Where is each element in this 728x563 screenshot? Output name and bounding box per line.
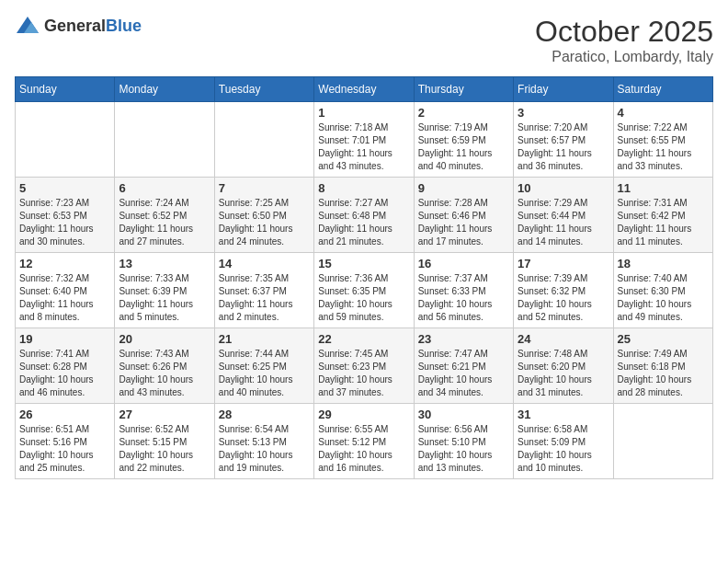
table-row: 25 Sunrise: 7:49 AMSunset: 6:18 PMDaylig… — [613, 328, 712, 404]
table-row: 21 Sunrise: 7:44 AMSunset: 6:25 PMDaylig… — [214, 328, 313, 404]
day-info: Sunrise: 7:47 AMSunset: 6:21 PMDaylight:… — [418, 349, 493, 397]
day-info: Sunrise: 6:54 AMSunset: 5:13 PMDaylight:… — [219, 424, 293, 473]
day-info: Sunrise: 7:31 AMSunset: 6:42 PMDaylight:… — [618, 198, 692, 247]
day-number: 21 — [219, 332, 310, 346]
day-info: Sunrise: 7:24 AMSunset: 6:52 PMDaylight:… — [119, 198, 193, 247]
table-row: 14 Sunrise: 7:35 AMSunset: 6:37 PMDaylig… — [214, 253, 313, 328]
table-row: 6 Sunrise: 7:24 AMSunset: 6:52 PMDayligh… — [115, 178, 214, 253]
day-number: 23 — [418, 332, 509, 346]
table-row: 29 Sunrise: 6:55 AMSunset: 5:12 PMDaylig… — [314, 404, 414, 479]
day-info: Sunrise: 7:29 AMSunset: 6:44 PMDaylight:… — [518, 198, 592, 247]
day-number: 5 — [19, 181, 110, 195]
header-friday: Friday — [514, 77, 613, 102]
table-row — [214, 102, 313, 178]
title-block: October 2025 Paratico, Lombardy, Italy — [535, 15, 713, 65]
day-number: 28 — [219, 408, 310, 421]
day-info: Sunrise: 7:33 AMSunset: 6:39 PMDaylight:… — [119, 273, 193, 322]
day-info: Sunrise: 7:22 AMSunset: 6:55 PMDaylight:… — [618, 122, 692, 171]
day-info: Sunrise: 7:40 AMSunset: 6:30 PMDaylight:… — [618, 273, 692, 322]
day-info: Sunrise: 7:48 AMSunset: 6:20 PMDaylight:… — [518, 349, 592, 397]
calendar-week-row: 26 Sunrise: 6:51 AMSunset: 5:16 PMDaylig… — [16, 404, 713, 479]
table-row: 30 Sunrise: 6:56 AMSunset: 5:10 PMDaylig… — [414, 404, 513, 479]
day-info: Sunrise: 7:43 AMSunset: 6:26 PMDaylight:… — [119, 349, 193, 397]
table-row: 23 Sunrise: 7:47 AMSunset: 6:21 PMDaylig… — [414, 328, 513, 404]
table-row: 3 Sunrise: 7:20 AMSunset: 6:57 PMDayligh… — [514, 102, 613, 178]
table-row: 5 Sunrise: 7:23 AMSunset: 6:53 PMDayligh… — [16, 178, 115, 253]
day-number: 12 — [19, 257, 110, 270]
day-info: Sunrise: 7:25 AMSunset: 6:50 PMDaylight:… — [219, 198, 293, 247]
day-number: 9 — [418, 181, 509, 195]
day-number: 31 — [518, 408, 609, 421]
logo-text-blue: Blue — [106, 17, 142, 35]
table-row: 8 Sunrise: 7:27 AMSunset: 6:48 PMDayligh… — [314, 178, 414, 253]
table-row: 24 Sunrise: 7:48 AMSunset: 6:20 PMDaylig… — [514, 328, 613, 404]
table-row: 15 Sunrise: 7:36 AMSunset: 6:35 PMDaylig… — [314, 253, 414, 328]
day-info: Sunrise: 7:18 AMSunset: 7:01 PMDaylight:… — [318, 122, 392, 171]
day-number: 13 — [119, 257, 210, 270]
day-info: Sunrise: 6:51 AMSunset: 5:16 PMDaylight:… — [19, 424, 94, 473]
day-info: Sunrise: 6:58 AMSunset: 5:09 PMDaylight:… — [518, 424, 592, 473]
day-number: 18 — [618, 257, 709, 270]
day-info: Sunrise: 7:44 AMSunset: 6:25 PMDaylight:… — [219, 349, 293, 397]
calendar-week-row: 1 Sunrise: 7:18 AMSunset: 7:01 PMDayligh… — [16, 102, 713, 178]
day-number: 27 — [119, 408, 210, 421]
day-info: Sunrise: 7:27 AMSunset: 6:48 PMDaylight:… — [318, 198, 392, 247]
calendar-week-row: 5 Sunrise: 7:23 AMSunset: 6:53 PMDayligh… — [16, 178, 713, 253]
table-row: 4 Sunrise: 7:22 AMSunset: 6:55 PMDayligh… — [613, 102, 712, 178]
day-info: Sunrise: 7:37 AMSunset: 6:33 PMDaylight:… — [418, 273, 493, 322]
logo-text-general: General — [44, 17, 106, 35]
day-info: Sunrise: 7:32 AMSunset: 6:40 PMDaylight:… — [19, 273, 94, 322]
day-number: 1 — [318, 106, 409, 120]
day-number: 10 — [518, 181, 609, 195]
day-number: 19 — [19, 332, 110, 346]
day-number: 25 — [618, 332, 709, 346]
day-number: 26 — [19, 408, 110, 421]
day-number: 17 — [518, 257, 609, 270]
logo: GeneralBlue — [15, 15, 142, 37]
location-title: Paratico, Lombardy, Italy — [535, 49, 713, 65]
day-info: Sunrise: 6:56 AMSunset: 5:10 PMDaylight:… — [418, 424, 493, 473]
calendar-header-row: Sunday Monday Tuesday Wednesday Thursday… — [16, 77, 713, 102]
day-info: Sunrise: 6:52 AMSunset: 5:15 PMDaylight:… — [119, 424, 193, 473]
day-number: 7 — [219, 181, 310, 195]
day-number: 8 — [318, 181, 409, 195]
table-row: 1 Sunrise: 7:18 AMSunset: 7:01 PMDayligh… — [314, 102, 414, 178]
day-info: Sunrise: 7:28 AMSunset: 6:46 PMDaylight:… — [418, 198, 493, 247]
table-row: 27 Sunrise: 6:52 AMSunset: 5:15 PMDaylig… — [115, 404, 214, 479]
day-info: Sunrise: 7:45 AMSunset: 6:23 PMDaylight:… — [318, 349, 392, 397]
header-wednesday: Wednesday — [314, 77, 414, 102]
table-row — [16, 102, 115, 178]
day-number: 22 — [318, 332, 409, 346]
day-number: 11 — [618, 181, 709, 195]
day-info: Sunrise: 7:41 AMSunset: 6:28 PMDaylight:… — [19, 349, 94, 397]
day-info: Sunrise: 7:23 AMSunset: 6:53 PMDaylight:… — [19, 198, 94, 247]
calendar-week-row: 12 Sunrise: 7:32 AMSunset: 6:40 PMDaylig… — [16, 253, 713, 328]
day-info: Sunrise: 7:19 AMSunset: 6:59 PMDaylight:… — [418, 122, 493, 171]
header-monday: Monday — [115, 77, 214, 102]
table-row: 31 Sunrise: 6:58 AMSunset: 5:09 PMDaylig… — [514, 404, 613, 479]
day-number: 29 — [318, 408, 409, 421]
table-row: 18 Sunrise: 7:40 AMSunset: 6:30 PMDaylig… — [613, 253, 712, 328]
table-row: 20 Sunrise: 7:43 AMSunset: 6:26 PMDaylig… — [115, 328, 214, 404]
month-title: October 2025 — [535, 15, 713, 49]
page-header: GeneralBlue October 2025 Paratico, Lomba… — [15, 15, 713, 65]
table-row: 11 Sunrise: 7:31 AMSunset: 6:42 PMDaylig… — [613, 178, 712, 253]
day-number: 20 — [119, 332, 210, 346]
day-number: 3 — [518, 106, 609, 120]
table-row: 16 Sunrise: 7:37 AMSunset: 6:33 PMDaylig… — [414, 253, 513, 328]
day-info: Sunrise: 7:39 AMSunset: 6:32 PMDaylight:… — [518, 273, 592, 322]
table-row — [613, 404, 712, 479]
day-number: 4 — [618, 106, 709, 120]
table-row: 19 Sunrise: 7:41 AMSunset: 6:28 PMDaylig… — [16, 328, 115, 404]
day-number: 6 — [119, 181, 210, 195]
table-row: 26 Sunrise: 6:51 AMSunset: 5:16 PMDaylig… — [16, 404, 115, 479]
day-number: 15 — [318, 257, 409, 270]
table-row: 9 Sunrise: 7:28 AMSunset: 6:46 PMDayligh… — [414, 178, 513, 253]
header-saturday: Saturday — [613, 77, 712, 102]
day-number: 24 — [518, 332, 609, 346]
header-thursday: Thursday — [414, 77, 513, 102]
table-row: 28 Sunrise: 6:54 AMSunset: 5:13 PMDaylig… — [214, 404, 313, 479]
day-info: Sunrise: 6:55 AMSunset: 5:12 PMDaylight:… — [318, 424, 392, 473]
day-number: 14 — [219, 257, 310, 270]
table-row: 7 Sunrise: 7:25 AMSunset: 6:50 PMDayligh… — [214, 178, 313, 253]
